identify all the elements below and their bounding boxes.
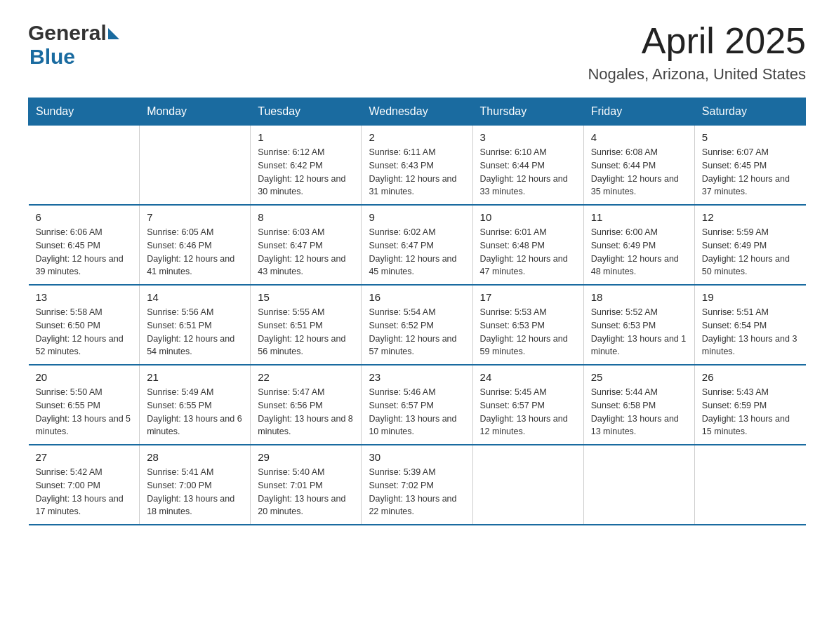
page-title: April 2025	[588, 21, 806, 61]
page-header: General Blue April 2025 Nogales, Arizona…	[28, 21, 806, 83]
calendar-cell: 10Sunrise: 6:01 AM Sunset: 6:48 PM Dayli…	[472, 205, 583, 285]
logo-general-text: General	[28, 21, 107, 45]
calendar-cell: 28Sunrise: 5:41 AM Sunset: 7:00 PM Dayli…	[140, 445, 251, 525]
day-info: Sunrise: 6:11 AM Sunset: 6:43 PM Dayligh…	[369, 146, 465, 199]
calendar-cell: 29Sunrise: 5:40 AM Sunset: 7:01 PM Dayli…	[251, 445, 362, 525]
day-number: 9	[369, 211, 465, 223]
day-number: 18	[591, 291, 687, 303]
day-number: 1	[258, 131, 354, 143]
calendar-cell: 11Sunrise: 6:00 AM Sunset: 6:49 PM Dayli…	[583, 205, 694, 285]
day-number: 15	[258, 291, 354, 303]
day-info: Sunrise: 5:43 AM Sunset: 6:59 PM Dayligh…	[702, 386, 799, 438]
title-block: April 2025 Nogales, Arizona, United Stat…	[588, 21, 806, 83]
day-info: Sunrise: 5:50 AM Sunset: 6:55 PM Dayligh…	[36, 386, 133, 438]
day-number: 12	[702, 211, 799, 223]
calendar-cell: 23Sunrise: 5:46 AM Sunset: 6:57 PM Dayli…	[362, 365, 472, 445]
day-info: Sunrise: 6:08 AM Sunset: 6:44 PM Dayligh…	[591, 146, 687, 199]
calendar-cell: 24Sunrise: 5:45 AM Sunset: 6:57 PM Dayli…	[472, 365, 583, 445]
day-info: Sunrise: 6:06 AM Sunset: 6:45 PM Dayligh…	[36, 226, 133, 279]
day-number: 7	[147, 211, 243, 223]
day-info: Sunrise: 5:40 AM Sunset: 7:01 PM Dayligh…	[258, 466, 354, 518]
day-number: 30	[369, 451, 465, 463]
day-number: 13	[36, 291, 133, 303]
calendar-cell: 13Sunrise: 5:58 AM Sunset: 6:50 PM Dayli…	[29, 285, 140, 365]
day-info: Sunrise: 5:58 AM Sunset: 6:50 PM Dayligh…	[36, 306, 133, 358]
day-number: 27	[36, 451, 133, 463]
calendar-cell: 19Sunrise: 5:51 AM Sunset: 6:54 PM Dayli…	[694, 285, 805, 365]
header-tuesday: Tuesday	[251, 98, 362, 126]
day-info: Sunrise: 5:52 AM Sunset: 6:53 PM Dayligh…	[591, 306, 687, 358]
logo-chevron-icon	[108, 28, 119, 39]
day-info: Sunrise: 6:12 AM Sunset: 6:42 PM Dayligh…	[258, 146, 354, 199]
day-info: Sunrise: 6:01 AM Sunset: 6:48 PM Dayligh…	[480, 226, 576, 279]
calendar-header-row: SundayMondayTuesdayWednesdayThursdayFrid…	[29, 98, 806, 126]
day-number: 3	[480, 131, 576, 143]
logo: General Blue	[28, 21, 119, 69]
header-thursday: Thursday	[472, 98, 583, 126]
day-info: Sunrise: 5:47 AM Sunset: 6:56 PM Dayligh…	[258, 386, 354, 438]
day-info: Sunrise: 6:00 AM Sunset: 6:49 PM Dayligh…	[591, 226, 687, 279]
calendar-cell: 4Sunrise: 6:08 AM Sunset: 6:44 PM Daylig…	[583, 126, 694, 206]
header-wednesday: Wednesday	[362, 98, 472, 126]
day-number: 24	[480, 371, 576, 383]
calendar-cell	[694, 445, 805, 525]
day-info: Sunrise: 5:53 AM Sunset: 6:53 PM Dayligh…	[480, 306, 576, 358]
day-info: Sunrise: 5:54 AM Sunset: 6:52 PM Dayligh…	[369, 306, 465, 358]
day-number: 21	[147, 371, 243, 383]
day-number: 2	[369, 131, 465, 143]
day-number: 22	[258, 371, 354, 383]
calendar-cell	[583, 445, 694, 525]
calendar-cell: 27Sunrise: 5:42 AM Sunset: 7:00 PM Dayli…	[29, 445, 140, 525]
day-number: 5	[702, 131, 799, 143]
calendar-cell: 5Sunrise: 6:07 AM Sunset: 6:45 PM Daylig…	[694, 126, 805, 206]
day-info: Sunrise: 5:39 AM Sunset: 7:02 PM Dayligh…	[369, 466, 465, 518]
calendar-cell	[29, 126, 140, 206]
day-info: Sunrise: 5:49 AM Sunset: 6:55 PM Dayligh…	[147, 386, 243, 438]
calendar-cell: 7Sunrise: 6:05 AM Sunset: 6:46 PM Daylig…	[140, 205, 251, 285]
day-info: Sunrise: 6:02 AM Sunset: 6:47 PM Dayligh…	[369, 226, 465, 279]
header-sunday: Sunday	[29, 98, 140, 126]
calendar-cell: 30Sunrise: 5:39 AM Sunset: 7:02 PM Dayli…	[362, 445, 472, 525]
day-info: Sunrise: 6:10 AM Sunset: 6:44 PM Dayligh…	[480, 146, 576, 199]
day-info: Sunrise: 5:55 AM Sunset: 6:51 PM Dayligh…	[258, 306, 354, 358]
calendar-cell: 15Sunrise: 5:55 AM Sunset: 6:51 PM Dayli…	[251, 285, 362, 365]
calendar-week-row: 13Sunrise: 5:58 AM Sunset: 6:50 PM Dayli…	[29, 285, 806, 365]
calendar-cell: 21Sunrise: 5:49 AM Sunset: 6:55 PM Dayli…	[140, 365, 251, 445]
day-number: 8	[258, 211, 354, 223]
calendar-cell: 2Sunrise: 6:11 AM Sunset: 6:43 PM Daylig…	[362, 126, 472, 206]
day-number: 26	[702, 371, 799, 383]
calendar-cell: 26Sunrise: 5:43 AM Sunset: 6:59 PM Dayli…	[694, 365, 805, 445]
calendar-cell: 25Sunrise: 5:44 AM Sunset: 6:58 PM Dayli…	[583, 365, 694, 445]
day-number: 6	[36, 211, 133, 223]
day-number: 25	[591, 371, 687, 383]
day-number: 11	[591, 211, 687, 223]
day-number: 10	[480, 211, 576, 223]
calendar-cell: 17Sunrise: 5:53 AM Sunset: 6:53 PM Dayli…	[472, 285, 583, 365]
day-info: Sunrise: 5:59 AM Sunset: 6:49 PM Dayligh…	[702, 226, 799, 279]
calendar-week-row: 6Sunrise: 6:06 AM Sunset: 6:45 PM Daylig…	[29, 205, 806, 285]
header-monday: Monday	[140, 98, 251, 126]
day-number: 20	[36, 371, 133, 383]
calendar-cell: 20Sunrise: 5:50 AM Sunset: 6:55 PM Dayli…	[29, 365, 140, 445]
day-info: Sunrise: 5:51 AM Sunset: 6:54 PM Dayligh…	[702, 306, 799, 358]
day-number: 14	[147, 291, 243, 303]
day-info: Sunrise: 6:03 AM Sunset: 6:47 PM Dayligh…	[258, 226, 354, 279]
logo-blue-text: Blue	[29, 45, 75, 69]
day-info: Sunrise: 5:46 AM Sunset: 6:57 PM Dayligh…	[369, 386, 465, 438]
calendar-cell: 18Sunrise: 5:52 AM Sunset: 6:53 PM Dayli…	[583, 285, 694, 365]
calendar-cell: 14Sunrise: 5:56 AM Sunset: 6:51 PM Dayli…	[140, 285, 251, 365]
calendar-cell	[140, 126, 251, 206]
calendar-cell: 8Sunrise: 6:03 AM Sunset: 6:47 PM Daylig…	[251, 205, 362, 285]
day-info: Sunrise: 5:41 AM Sunset: 7:00 PM Dayligh…	[147, 466, 243, 518]
day-number: 4	[591, 131, 687, 143]
day-number: 17	[480, 291, 576, 303]
day-number: 23	[369, 371, 465, 383]
day-number: 16	[369, 291, 465, 303]
calendar-table: SundayMondayTuesdayWednesdayThursdayFrid…	[28, 98, 806, 525]
calendar-cell	[472, 445, 583, 525]
page-subtitle: Nogales, Arizona, United States	[588, 65, 806, 83]
calendar-cell: 6Sunrise: 6:06 AM Sunset: 6:45 PM Daylig…	[29, 205, 140, 285]
day-number: 29	[258, 451, 354, 463]
calendar-cell: 3Sunrise: 6:10 AM Sunset: 6:44 PM Daylig…	[472, 126, 583, 206]
day-info: Sunrise: 5:42 AM Sunset: 7:00 PM Dayligh…	[36, 466, 133, 518]
